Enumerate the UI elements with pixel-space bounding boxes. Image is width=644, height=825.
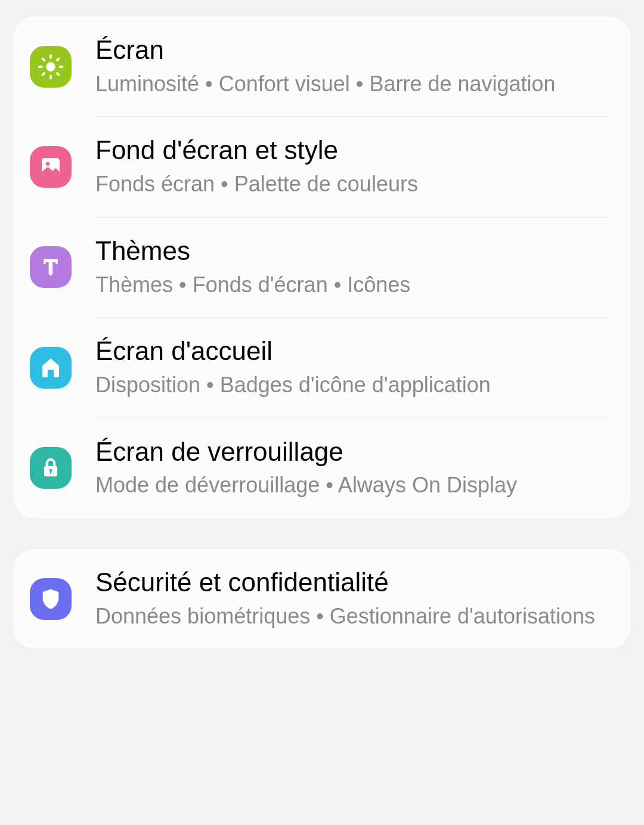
settings-item-title: Fond d'écran et style bbox=[95, 135, 610, 166]
settings-item-themes[interactable]: Thèmes Thèmes • Fonds d'écran • Icônes bbox=[13, 218, 631, 317]
settings-item-lockscreen[interactable]: Écran de verrouillage Mode de déverrouil… bbox=[13, 418, 631, 518]
svg-point-0 bbox=[46, 62, 55, 71]
settings-item-title: Écran de verrouillage bbox=[95, 436, 610, 468]
brightness-icon bbox=[30, 46, 72, 88]
settings-item-text: Écran de verrouillage Mode de déverrouil… bbox=[95, 436, 610, 500]
settings-item-text: Sécurité et confidentialité Données biom… bbox=[95, 567, 610, 631]
settings-item-subtitle: Luminosité • Confort visuel • Barre de n… bbox=[95, 70, 610, 99]
settings-item-text: Écran Luminosité • Confort visuel • Barr… bbox=[95, 35, 610, 98]
settings-item-subtitle: Disposition • Badges d'icône d'applicati… bbox=[95, 371, 610, 400]
settings-item-title: Écran bbox=[95, 35, 610, 66]
svg-rect-12 bbox=[49, 261, 53, 275]
shield-icon bbox=[30, 578, 72, 620]
settings-item-text: Fond d'écran et style Fonds écran • Pale… bbox=[95, 135, 610, 199]
svg-line-7 bbox=[42, 73, 44, 75]
settings-item-title: Écran d'accueil bbox=[95, 336, 610, 367]
settings-item-title: Thèmes bbox=[95, 235, 610, 267]
settings-item-text: Thèmes Thèmes • Fonds d'écran • Icônes bbox=[95, 235, 610, 299]
settings-card-2: Sécurité et confidentialité Données biom… bbox=[13, 549, 631, 649]
settings-item-text: Écran d'accueil Disposition • Badges d'i… bbox=[95, 336, 610, 399]
settings-item-subtitle: Thèmes • Fonds d'écran • Icônes bbox=[95, 271, 610, 300]
svg-line-3 bbox=[42, 58, 44, 60]
svg-point-10 bbox=[46, 162, 50, 166]
settings-item-subtitle: Mode de déverrouillage • Always On Displ… bbox=[95, 471, 610, 500]
settings-item-security[interactable]: Sécurité et confidentialité Données biom… bbox=[13, 549, 631, 649]
wallpaper-icon bbox=[30, 146, 72, 188]
settings-item-title: Sécurité et confidentialité bbox=[95, 567, 610, 598]
svg-rect-15 bbox=[50, 471, 52, 474]
settings-card-1: Écran Luminosité • Confort visuel • Barr… bbox=[13, 17, 631, 518]
card-gap bbox=[0, 518, 644, 549]
home-icon bbox=[30, 347, 72, 389]
lock-icon bbox=[30, 447, 72, 489]
svg-line-4 bbox=[57, 73, 59, 75]
settings-item-subtitle: Fonds écran • Palette de couleurs bbox=[95, 170, 610, 199]
settings-item-display[interactable]: Écran Luminosité • Confort visuel • Barr… bbox=[13, 17, 631, 116]
svg-line-8 bbox=[57, 58, 59, 60]
themes-icon bbox=[30, 246, 72, 288]
settings-item-subtitle: Données biométriques • Gestionnaire d'au… bbox=[95, 602, 610, 631]
settings-item-wallpaper[interactable]: Fond d'écran et style Fonds écran • Pale… bbox=[13, 117, 631, 216]
settings-item-home[interactable]: Écran d'accueil Disposition • Badges d'i… bbox=[13, 318, 631, 417]
